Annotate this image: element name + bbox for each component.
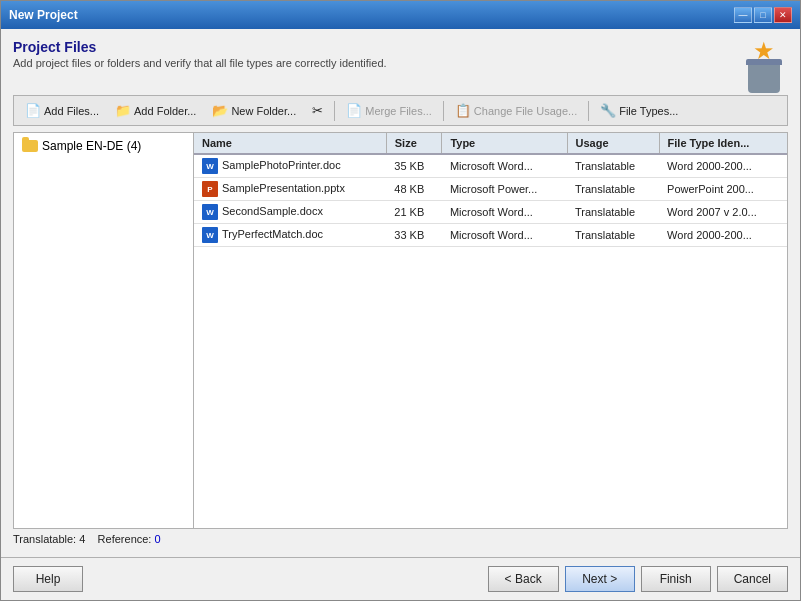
file-name-cell: WSamplePhotoPrinter.doc — [194, 154, 386, 178]
col-size[interactable]: Size — [386, 133, 442, 154]
folder-icon — [22, 140, 38, 152]
translatable-count: 4 — [79, 533, 85, 545]
col-usage[interactable]: Usage — [567, 133, 659, 154]
file-usage-cell: Translatable — [567, 178, 659, 201]
file-size-cell: 48 KB — [386, 178, 442, 201]
toolbar: 📄 Add Files... 📁 Add Folder... 📂 New Fol… — [13, 95, 788, 126]
file-type-cell: Microsoft Word... — [442, 154, 567, 178]
status-bar: Translatable: 4 Reference: 0 — [13, 529, 788, 549]
footer: Help < Back Next > Finish Cancel — [1, 557, 800, 600]
table-row[interactable]: WSecondSample.docx21 KBMicrosoft Word...… — [194, 201, 787, 224]
file-usage-cell: Translatable — [567, 154, 659, 178]
toolbar-separator — [334, 101, 335, 121]
scissors-icon: ✂ — [312, 103, 323, 118]
toolbar-separator-2 — [443, 101, 444, 121]
ppt-icon: P — [202, 181, 218, 197]
page-title: Project Files — [13, 39, 387, 55]
table-row[interactable]: PSamplePresentation.pptx48 KBMicrosoft P… — [194, 178, 787, 201]
file-type-ident-cell: Word 2000-200... — [659, 224, 787, 247]
minimize-button[interactable]: — — [734, 7, 752, 23]
bucket-icon — [748, 65, 780, 93]
file-usage-cell: Translatable — [567, 201, 659, 224]
new-folder-button[interactable]: 📂 New Folder... — [205, 99, 303, 122]
word-icon: W — [202, 158, 218, 174]
title-bar-buttons: — □ ✕ — [734, 7, 792, 23]
window-title: New Project — [9, 8, 78, 22]
new-folder-label: New Folder... — [231, 105, 296, 117]
maximize-button[interactable]: □ — [754, 7, 772, 23]
file-table: Name Size Type Usage File Type Iden... W… — [194, 133, 787, 247]
word-icon: W — [202, 227, 218, 243]
main-window: New Project — □ ✕ Project Files Add proj… — [0, 0, 801, 601]
back-button[interactable]: < Back — [488, 566, 559, 592]
sidebar-item-sample[interactable]: Sample EN-DE (4) — [18, 137, 189, 155]
header-section: Project Files Add project files or folde… — [13, 39, 788, 87]
file-size-cell: 35 KB — [386, 154, 442, 178]
add-folder-label: Add Folder... — [134, 105, 196, 117]
file-size-cell: 33 KB — [386, 224, 442, 247]
file-types-button[interactable]: 🔧 File Types... — [593, 99, 685, 122]
help-button[interactable]: Help — [13, 566, 83, 592]
reference-label: Reference: — [98, 533, 152, 545]
add-folder-icon: 📁 — [115, 103, 131, 118]
file-type-cell: Microsoft Word... — [442, 224, 567, 247]
finish-button[interactable]: Finish — [641, 566, 711, 592]
table-header-row: Name Size Type Usage File Type Iden... — [194, 133, 787, 154]
change-file-usage-button[interactable]: 📋 Change File Usage... — [448, 99, 584, 122]
merge-files-icon: 📄 — [346, 103, 362, 118]
file-usage-cell: Translatable — [567, 224, 659, 247]
toolbar-separator-3 — [588, 101, 589, 121]
sidebar-item-label: Sample EN-DE (4) — [42, 139, 141, 153]
file-name-cell: PSamplePresentation.pptx — [194, 178, 386, 201]
file-type-cell: Microsoft Power... — [442, 178, 567, 201]
col-name[interactable]: Name — [194, 133, 386, 154]
footer-right: < Back Next > Finish Cancel — [488, 566, 788, 592]
file-list: Name Size Type Usage File Type Iden... W… — [194, 133, 787, 528]
content-area: Project Files Add project files or folde… — [1, 29, 800, 557]
close-button[interactable]: ✕ — [774, 7, 792, 23]
add-files-icon: 📄 — [25, 103, 41, 118]
main-area: Sample EN-DE (4) Name Size Type Usage Fi… — [13, 132, 788, 529]
change-file-usage-icon: 📋 — [455, 103, 471, 118]
file-size-cell: 21 KB — [386, 201, 442, 224]
header-text: Project Files Add project files or folde… — [13, 39, 387, 69]
scissors-button[interactable]: ✂ — [305, 99, 330, 122]
merge-files-button[interactable]: 📄 Merge Files... — [339, 99, 439, 122]
file-type-ident-cell: PowerPoint 200... — [659, 178, 787, 201]
col-filetype[interactable]: File Type Iden... — [659, 133, 787, 154]
add-files-button[interactable]: 📄 Add Files... — [18, 99, 106, 122]
table-row[interactable]: WTryPerfectMatch.doc33 KBMicrosoft Word.… — [194, 224, 787, 247]
add-folder-button[interactable]: 📁 Add Folder... — [108, 99, 203, 122]
file-types-icon: 🔧 — [600, 103, 616, 118]
new-folder-icon: 📂 — [212, 103, 228, 118]
title-bar: New Project — □ ✕ — [1, 1, 800, 29]
file-type-ident-cell: Word 2007 v 2.0... — [659, 201, 787, 224]
translatable-label: Translatable: — [13, 533, 76, 545]
col-type[interactable]: Type — [442, 133, 567, 154]
file-type-cell: Microsoft Word... — [442, 201, 567, 224]
next-button[interactable]: Next > — [565, 566, 635, 592]
sidebar: Sample EN-DE (4) — [14, 133, 194, 528]
add-files-label: Add Files... — [44, 105, 99, 117]
page-description: Add project files or folders and verify … — [13, 57, 387, 69]
file-name-cell: WSecondSample.docx — [194, 201, 386, 224]
file-type-ident-cell: Word 2000-200... — [659, 154, 787, 178]
cancel-button[interactable]: Cancel — [717, 566, 788, 592]
footer-left: Help — [13, 566, 83, 592]
change-file-usage-label: Change File Usage... — [474, 105, 577, 117]
table-row[interactable]: WSamplePhotoPrinter.doc35 KBMicrosoft Wo… — [194, 154, 787, 178]
file-name-cell: WTryPerfectMatch.doc — [194, 224, 386, 247]
merge-files-label: Merge Files... — [365, 105, 432, 117]
reference-count: 0 — [154, 533, 160, 545]
header-icon: ★ — [740, 39, 788, 87]
word-icon: W — [202, 204, 218, 220]
file-types-label: File Types... — [619, 105, 678, 117]
